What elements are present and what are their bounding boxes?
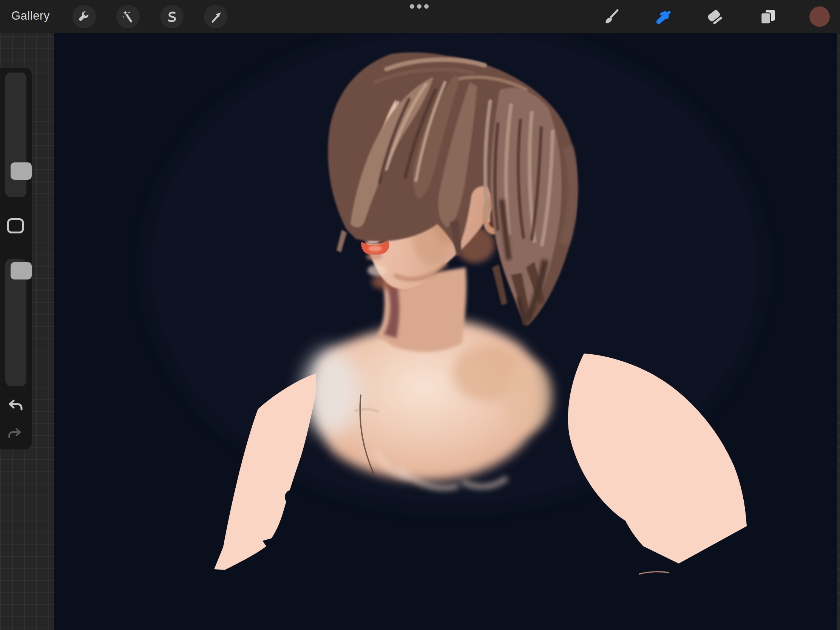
drawing-canvas[interactable] [54, 33, 837, 630]
paint-brush-icon [602, 8, 619, 25]
brush-sidebar [0, 68, 32, 450]
color-swatch-icon [809, 6, 830, 27]
undo-button[interactable] [7, 396, 24, 414]
smudge-tool-button[interactable] [654, 8, 671, 26]
selection-button[interactable] [160, 5, 183, 28]
selection-s-icon [164, 9, 179, 24]
procreate-screen: Gallery [0, 0, 840, 630]
adjustments-button[interactable] [116, 5, 140, 28]
opacity-slider[interactable] [5, 259, 27, 386]
color-swatch-button[interactable] [809, 6, 830, 27]
redo-button[interactable] [7, 425, 24, 443]
smudge-finger-icon [654, 8, 671, 26]
left-arm-notch [285, 490, 299, 504]
wrench-icon [77, 9, 92, 24]
top-toolbar: Gallery [0, 0, 840, 33]
brush-size-handle[interactable] [11, 163, 32, 180]
transform-arrow-icon [208, 9, 223, 24]
paint-tool-button[interactable] [602, 8, 620, 26]
redo-icon [7, 425, 23, 441]
brush-size-slider[interactable] [5, 73, 27, 197]
eraser-tool-button[interactable] [706, 8, 724, 26]
layers-button[interactable] [759, 8, 777, 26]
layers-icon [759, 8, 777, 25]
eraser-icon [706, 8, 723, 25]
undo-icon [7, 396, 24, 414]
magic-wand-icon [120, 9, 136, 24]
gallery-button[interactable]: Gallery [11, 9, 50, 23]
modify-button[interactable] [7, 218, 24, 234]
actions-button[interactable] [73, 5, 96, 28]
canvas-artwork [54, 33, 837, 630]
canvas-overflow-menu[interactable] [410, 4, 429, 9]
opacity-handle[interactable] [11, 262, 32, 279]
transform-button[interactable] [204, 5, 227, 28]
